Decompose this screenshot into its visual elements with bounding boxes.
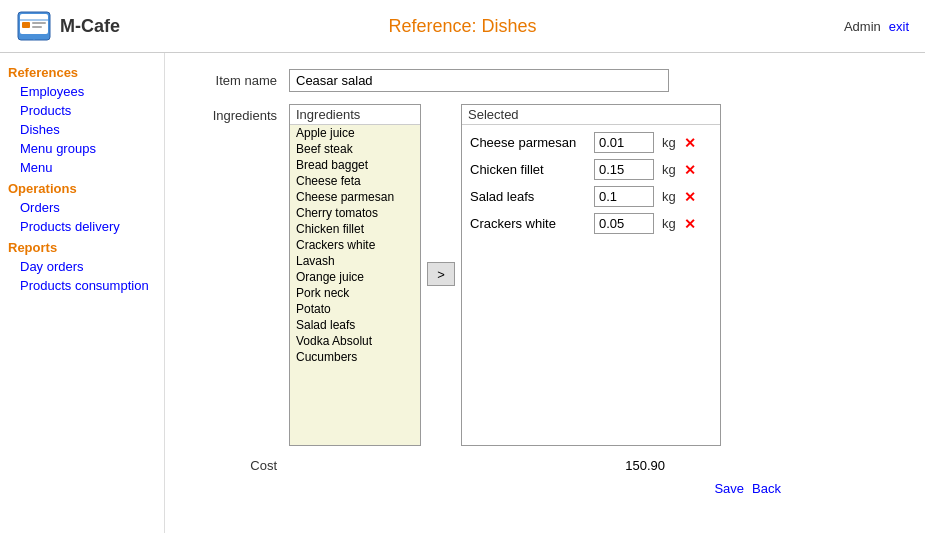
sidebar-section-label-references: References	[4, 61, 160, 82]
action-row: Save Back	[301, 481, 781, 496]
list-item[interactable]: Cucumbers	[290, 349, 420, 365]
list-item[interactable]: Pork neck	[290, 285, 420, 301]
sidebar-section-references: References Employees Products Dishes Men…	[4, 61, 160, 177]
list-item[interactable]: Crackers white	[290, 237, 420, 253]
user-label: Admin	[844, 19, 881, 34]
selected-item-unit: kg	[662, 189, 676, 204]
cost-value: 150.90	[289, 458, 669, 473]
sidebar-section-label-reports: Reports	[4, 236, 160, 257]
item-name-input[interactable]	[289, 69, 669, 92]
ingredients-label: Ingredients	[189, 104, 289, 123]
app-name: M-Cafe	[60, 16, 120, 37]
selected-item-name: Crackers white	[470, 216, 590, 231]
cost-row: Cost 150.90	[189, 458, 901, 473]
selected-item-qty-input[interactable]	[594, 213, 654, 234]
add-ingredient-button[interactable]: >	[427, 262, 455, 286]
list-item[interactable]: Cherry tomatos	[290, 205, 420, 221]
selected-item-unit: kg	[662, 216, 676, 231]
item-name-label: Item name	[189, 73, 289, 88]
sidebar-item-employees[interactable]: Employees	[4, 82, 160, 101]
list-item[interactable]: Bread bagget	[290, 157, 420, 173]
list-item[interactable]: Chicken fillet	[290, 221, 420, 237]
selected-item-name: Salad leafs	[470, 189, 590, 204]
sidebar-item-menu-groups[interactable]: Menu groups	[4, 139, 160, 158]
selected-panel: Selected Cheese parmesankg✕Chicken fille…	[461, 104, 721, 446]
exit-link[interactable]: exit	[889, 19, 909, 34]
sidebar-section-operations: Operations Orders Products delivery	[4, 177, 160, 236]
selected-item-name: Chicken fillet	[470, 162, 590, 177]
selected-header: Selected	[462, 105, 720, 125]
app-logo: M-Cafe	[16, 8, 120, 44]
list-item[interactable]: Potato	[290, 301, 420, 317]
selected-item-qty-input[interactable]	[594, 186, 654, 207]
list-item[interactable]: Cheese feta	[290, 173, 420, 189]
ingredients-row: Ingredients Ingredients Apple juiceBeef …	[189, 104, 901, 446]
delete-selected-item-button[interactable]: ✕	[684, 162, 696, 178]
list-item[interactable]: Beef steak	[290, 141, 420, 157]
sidebar-item-products-delivery[interactable]: Products delivery	[4, 217, 160, 236]
save-button[interactable]: Save	[714, 481, 744, 496]
ingredients-available-header: Ingredients	[290, 105, 420, 125]
svg-rect-4	[32, 22, 46, 24]
sidebar-item-orders[interactable]: Orders	[4, 198, 160, 217]
sidebar-item-dishes[interactable]: Dishes	[4, 120, 160, 139]
back-button[interactable]: Back	[752, 481, 781, 496]
selected-item-name: Cheese parmesan	[470, 135, 590, 150]
delete-selected-item-button[interactable]: ✕	[684, 216, 696, 232]
ingredients-available-panel: Ingredients Apple juiceBeef steakBread b…	[289, 104, 421, 446]
list-item[interactable]: Apple juice	[290, 125, 420, 141]
ingredients-available-list[interactable]: Apple juiceBeef steakBread baggetCheese …	[290, 125, 420, 445]
sidebar-item-products[interactable]: Products	[4, 101, 160, 120]
selected-item-unit: kg	[662, 135, 676, 150]
sidebar-section-label-operations: Operations	[4, 177, 160, 198]
add-button-container: >	[421, 104, 461, 444]
selected-item: Crackers whitekg✕	[470, 210, 712, 237]
cost-label: Cost	[189, 458, 289, 473]
ingredients-content: Ingredients Apple juiceBeef steakBread b…	[289, 104, 721, 446]
selected-item: Salad leafskg✕	[470, 183, 712, 210]
selected-item: Cheese parmesankg✕	[470, 129, 712, 156]
selected-item: Chicken filletkg✕	[470, 156, 712, 183]
svg-rect-3	[22, 22, 30, 28]
selected-item-unit: kg	[662, 162, 676, 177]
main-content: Item name Ingredients Ingredients Apple …	[165, 53, 925, 533]
list-item[interactable]: Salad leafs	[290, 317, 420, 333]
sidebar-section-reports: Reports Day orders Products consumption	[4, 236, 160, 295]
delete-selected-item-button[interactable]: ✕	[684, 189, 696, 205]
sidebar-item-products-consumption[interactable]: Products consumption	[4, 276, 160, 295]
selected-list: Cheese parmesankg✕Chicken filletkg✕Salad…	[462, 125, 720, 445]
list-item[interactable]: Orange juice	[290, 269, 420, 285]
selected-item-qty-input[interactable]	[594, 159, 654, 180]
page-title: Reference: Dishes	[388, 16, 536, 37]
svg-rect-5	[32, 26, 42, 28]
list-item[interactable]: Lavash	[290, 253, 420, 269]
delete-selected-item-button[interactable]: ✕	[684, 135, 696, 151]
logo-icon	[16, 8, 52, 44]
sidebar-item-day-orders[interactable]: Day orders	[4, 257, 160, 276]
selected-item-qty-input[interactable]	[594, 132, 654, 153]
list-item[interactable]: Vodka Absolut	[290, 333, 420, 349]
list-item[interactable]: Cheese parmesan	[290, 189, 420, 205]
sidebar: References Employees Products Dishes Men…	[0, 53, 165, 533]
sidebar-item-menu[interactable]: Menu	[4, 158, 160, 177]
item-name-row: Item name	[189, 69, 901, 92]
